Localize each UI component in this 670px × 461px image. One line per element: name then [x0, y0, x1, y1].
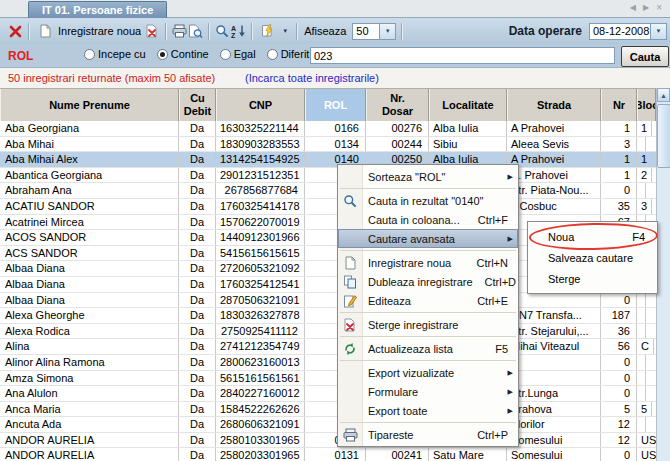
menu-item-inregistrare-noua[interactable]: Inregistrare nouaCtrl+N [338, 253, 518, 272]
cell-nume: Ana Alulon [0, 386, 179, 401]
print-preview-icon[interactable] [187, 24, 203, 39]
table-row[interactable]: ANDOR AURELIADa2580103301965013200262Sat… [0, 433, 656, 449]
table-row[interactable]: Albaa DianaDa28705063210910 [0, 293, 656, 309]
submenu-item-sterge[interactable]: Sterge [528, 268, 657, 289]
cell-strada [507, 355, 601, 370]
menu-item-sterge-inregistrare[interactable]: Sterge inregistrare [338, 315, 518, 334]
scroll-up-icon[interactable]: ▲ [657, 88, 670, 102]
table-row[interactable]: Aba GeorgianaDa1630325221144016600276Alb… [0, 121, 656, 137]
load-all-link[interactable]: (Incarca toate inregistrarile) [245, 72, 379, 84]
cell-cu-debit: Da [179, 308, 216, 323]
cell-bloc: 1 [637, 152, 652, 167]
cell-cu-debit: Da [179, 246, 216, 261]
print-icon[interactable] [171, 24, 187, 39]
radio-icon[interactable] [84, 49, 95, 60]
column-header-cu-debit[interactable]: Cu Debit [179, 89, 216, 121]
menu-item-dubleaza-inregistrare[interactable]: Dubleaza inregistrareCtrl+D [338, 272, 518, 291]
edit-icon [342, 293, 358, 308]
column-header-bloc[interactable]: Bloc [637, 89, 656, 121]
menu-item-export-toate[interactable]: Export toate▶ [338, 401, 518, 420]
search-button[interactable]: Cauta [621, 46, 669, 67]
menu-item-cauta-in-coloana[interactable]: Cauta in coloana...Ctrl+F [338, 210, 518, 229]
cell-bloc [637, 417, 646, 432]
filter-value-input[interactable] [310, 47, 615, 64]
submenu-arrow-icon: ▶ [508, 388, 513, 396]
cell-cnp: 1584522262626 [216, 402, 305, 417]
column-header-localitate[interactable]: Localitate [429, 89, 507, 121]
table-row[interactable]: Abraham AnaDa267856877684Str. Piata-Nou.… [0, 183, 656, 199]
filter-option-diferit[interactable]: Diferit [267, 48, 310, 60]
filter-option-egal[interactable]: Egal [220, 48, 256, 60]
sort-icon[interactable]: AZ [230, 24, 246, 39]
cell-cnp: 5615161561561 [216, 371, 305, 386]
menu-item-cauta-in-rezultat-0140[interactable]: Cauta in rezultat "0140" [338, 191, 518, 210]
submenu-item-noua[interactable]: NouaF4 [528, 226, 657, 247]
menu-item-sorteaza-rol[interactable]: Sorteaza "ROL"▶ [338, 167, 518, 186]
cell-nr: 0 [601, 386, 637, 401]
filter-option-incepe-cu[interactable]: Incepe cu [84, 48, 146, 60]
vertical-scrollbar[interactable]: ▲ [656, 88, 670, 461]
menu-item-actualizeaza-lista[interactable]: Actualizeaza listaF5 [338, 339, 518, 358]
cell-strada: DN7 Transfa... [507, 308, 601, 323]
menu-separator [340, 422, 516, 423]
table-row[interactable]: AlinaDa2741212354749Mihai Viteazul56C [0, 339, 656, 355]
cell-bloc [637, 324, 646, 339]
chevron-down-icon[interactable]: ▼ [379, 24, 395, 39]
cell-nr: 36 [601, 324, 637, 339]
table-row[interactable]: Alexa GheorgheDa1830326327878DN7 Transfa… [0, 308, 656, 324]
table-row[interactable]: Alinor Alina RamonaDa28006231600130 [0, 355, 656, 371]
scrollbar-thumb[interactable] [657, 104, 670, 168]
nav-right-icon[interactable]: ▶ [643, 3, 649, 12]
cell-nume: Alexa Gheorghe [0, 308, 179, 323]
cell-cnp: 267856877684 [216, 183, 305, 198]
table-row[interactable]: ACATIU SANDORDa1760325414178 i Cosbuc353 [0, 199, 656, 215]
delete-record-icon[interactable] [144, 24, 160, 39]
table-row[interactable]: Aba MihaiDa1830903283553013400244SibiuAl… [0, 137, 656, 153]
cell-bloc [637, 386, 646, 401]
new-record-button[interactable]: Inregistrare noua [34, 23, 144, 40]
column-header-rol[interactable]: ROL [305, 89, 366, 121]
menu-separator [340, 312, 516, 313]
cell-cu-debit: Da [179, 371, 216, 386]
afiseaza-combobox[interactable]: 50 ▼ [352, 23, 396, 40]
close-tab-icon[interactable]: × [656, 2, 662, 13]
date-value: 08-12-2008 [590, 25, 650, 37]
chevron-down-icon[interactable]: ▼ [650, 24, 666, 39]
column-header-nr-dosar[interactable]: Nr. Dosar [366, 89, 429, 121]
clear-filter-icon[interactable] [7, 24, 23, 39]
submenu-item-salveaza-cautare[interactable]: Salveaza cautare [528, 247, 657, 268]
menu-item-tipareste[interactable]: TiparesteCtrl+P [338, 425, 518, 444]
radio-icon[interactable] [157, 49, 168, 60]
table-row[interactable]: Aba Mihai AlexDa1314254154925014000250Al… [0, 152, 656, 168]
menu-item-formulare[interactable]: Formulare▶ [338, 382, 518, 401]
column-header-cnp[interactable]: CNP [216, 89, 305, 121]
cell-bloc: C [637, 339, 654, 354]
table-row[interactable]: ANDOR AURELIADa2580203301965013100241Sat… [0, 448, 656, 461]
cell-nume: Ancuta Ada [0, 417, 179, 432]
column-header-nume[interactable]: Nume Prenume [0, 89, 179, 121]
menu-item-editeaza[interactable]: EditeazaCtrl+E [338, 291, 518, 310]
column-header-strada[interactable]: Strada [507, 89, 601, 121]
table-row[interactable]: Alexa RodicaDa2750925411112Str. Stejarul… [0, 324, 656, 340]
submenu-item-label: Salveaza cautare [548, 252, 633, 264]
tab-persoane-fizice[interactable]: IT 01. Persoane fizice [28, 1, 167, 18]
cell-nume: Aba Georgiana [0, 121, 179, 136]
export-flash-button[interactable]: ▼ [257, 23, 291, 40]
cell-nr: 12 [601, 433, 637, 448]
menu-item-export-vizualizate[interactable]: Export vizualizate▶ [338, 363, 518, 382]
search-icon[interactable] [214, 24, 230, 39]
radio-icon[interactable] [267, 49, 278, 60]
date-picker[interactable]: 08-12-2008 ▼ [589, 23, 667, 40]
radio-icon[interactable] [220, 49, 231, 60]
table-row[interactable]: Anca MariaDa1584522262626Prahova55 [0, 402, 656, 418]
table-row[interactable]: Amza SimonaDa56151615615610 [0, 371, 656, 387]
table-row[interactable]: Ancuta AdaDa2680606321091Florilor12 [0, 417, 656, 433]
column-header-nr[interactable]: Nr [601, 89, 637, 121]
table-row[interactable]: Ana AlulonDa2840227160012Str.Lunga0 [0, 386, 656, 402]
menu-item-cautare-avansata[interactable]: Cautare avansata▶ [338, 229, 518, 248]
cell-nume: Albaa Diana [0, 277, 179, 292]
cell-nr-dosar: 00276 [366, 121, 429, 136]
table-row[interactable]: Abantica GeorgianaDa2901231512351A. Prah… [0, 168, 656, 184]
nav-left-icon[interactable]: ◀ [630, 3, 636, 12]
filter-option-contine[interactable]: Contine [157, 48, 209, 60]
